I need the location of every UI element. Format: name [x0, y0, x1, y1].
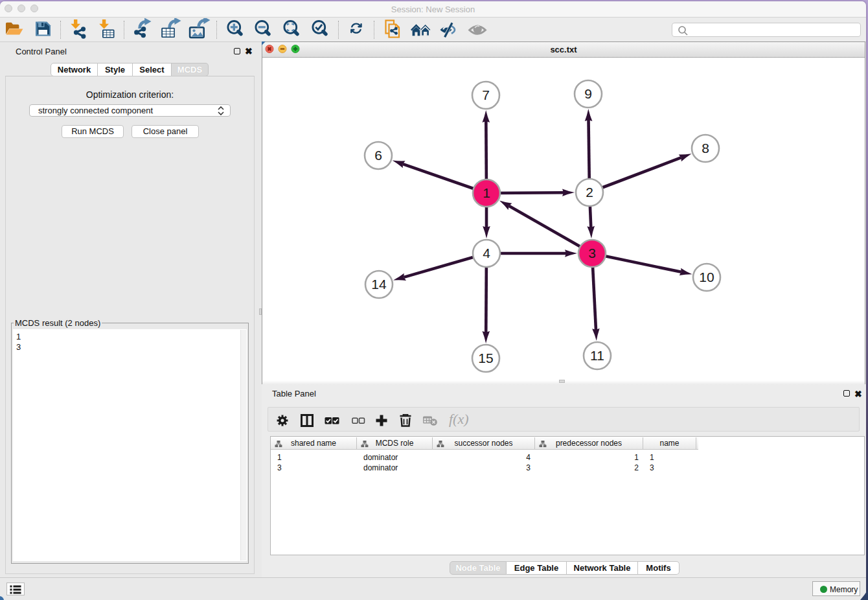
svg-text:10: 10 [699, 270, 714, 284]
svg-text:3: 3 [588, 246, 596, 260]
svg-text:11: 11 [590, 348, 604, 363]
svg-text:4: 4 [483, 246, 490, 260]
svg-text:9: 9 [584, 86, 592, 101]
svg-text:1: 1 [483, 185, 490, 200]
svg-text:6: 6 [374, 148, 382, 163]
svg-text:14: 14 [371, 277, 387, 292]
svg-text:2: 2 [586, 185, 593, 200]
svg-text:15: 15 [478, 351, 493, 365]
svg-text:8: 8 [702, 141, 709, 156]
svg-text:7: 7 [482, 87, 490, 102]
